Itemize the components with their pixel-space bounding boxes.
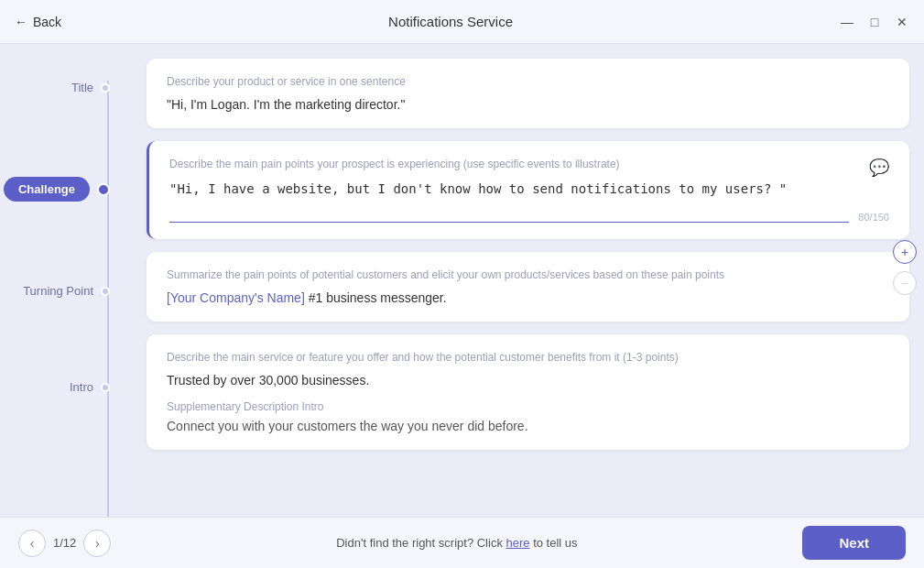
minimize-button[interactable]: — — [840, 15, 854, 29]
back-arrow-icon: ← — [15, 15, 27, 29]
sidebar-item-title[interactable]: Title — [0, 81, 128, 94]
sidebar-label-intro: Intro — [70, 380, 93, 394]
sidebar-item-turning-point[interactable]: Turning Point — [0, 284, 128, 298]
scroll-down-button[interactable]: − — [893, 271, 917, 295]
supplementary-content: Connect you with your customers the way … — [167, 419, 889, 433]
turning-point-text: #1 business messenger. — [305, 290, 447, 305]
main-layout: Title Challenge Turning Point Intro Desc… — [0, 44, 924, 517]
challenge-card-label: Describe the main pain points your prosp… — [169, 158, 860, 170]
challenge-input[interactable] — [169, 180, 849, 223]
supplementary-label: Supplementary Description Intro — [167, 400, 889, 413]
sidebar-line — [107, 81, 109, 517]
scroll-up-button[interactable]: + — [893, 240, 917, 264]
back-button[interactable]: ← Back — [15, 15, 61, 29]
turning-point-card: Summarize the pain points of potential c… — [147, 252, 909, 322]
intro-card-content: Trusted by over 30,000 businesses. — [167, 373, 889, 388]
window-controls: — □ ✕ — [840, 15, 909, 29]
sidebar-dot-title — [101, 83, 110, 93]
next-page-button[interactable]: › — [83, 530, 111, 557]
bottom-text-after: to tell us — [530, 536, 578, 550]
sidebar: Title Challenge Turning Point Intro — [0, 44, 128, 517]
maximize-button[interactable]: □ — [867, 15, 882, 29]
challenge-card: Describe the main pain points your prosp… — [147, 141, 909, 239]
bottom-here-link[interactable]: here — [506, 536, 530, 550]
chat-icon: 💬 — [869, 158, 889, 178]
challenge-card-header: Describe the main pain points your prosp… — [169, 158, 889, 180]
intro-card: Describe the main service or feature you… — [147, 334, 909, 450]
next-button[interactable]: Next — [802, 526, 906, 560]
title-bar: ← Back Notifications Service — □ ✕ — [0, 0, 924, 44]
page-info: 1/12 — [53, 536, 76, 550]
close-button[interactable]: ✕ — [895, 15, 909, 29]
bottom-bar: ‹ 1/12 › Didn't find the right script? C… — [0, 517, 924, 568]
char-count: 80/150 — [858, 212, 889, 223]
sidebar-item-challenge[interactable]: Challenge — [0, 177, 128, 202]
sidebar-item-intro[interactable]: Intro — [0, 380, 128, 394]
sidebar-active-pill: Challenge — [4, 177, 90, 202]
title-card-label: Describe your product or service in one … — [167, 75, 889, 88]
pagination: ‹ 1/12 › — [18, 530, 111, 557]
scroll-controls: + − — [893, 240, 917, 295]
intro-card-label: Describe the main service or feature you… — [167, 351, 889, 364]
bottom-text-before: Didn't find the right script? Click — [336, 536, 505, 550]
title-card: Describe your product or service in one … — [147, 59, 909, 128]
window-title: Notifications Service — [388, 14, 513, 29]
turning-point-card-label: Summarize the pain points of potential c… — [167, 268, 889, 281]
title-card-content: "Hi, I'm Logan. I'm the marketing direct… — [167, 97, 889, 112]
turning-point-content: [Your Company's Name] #1 business messen… — [167, 290, 889, 305]
back-label: Back — [33, 15, 61, 29]
turning-point-highlight: [Your Company's Name] — [167, 290, 305, 305]
sidebar-dot-turning-point — [101, 287, 110, 296]
bottom-center-text: Didn't find the right script? Click here… — [336, 536, 577, 550]
sidebar-label-title: Title — [71, 81, 93, 94]
prev-page-button[interactable]: ‹ — [18, 530, 46, 557]
content-area: Describe your product or service in one … — [128, 44, 924, 517]
sidebar-dot-challenge — [97, 183, 110, 196]
sidebar-dot-intro — [101, 383, 110, 392]
sidebar-label-turning-point: Turning Point — [23, 284, 93, 298]
